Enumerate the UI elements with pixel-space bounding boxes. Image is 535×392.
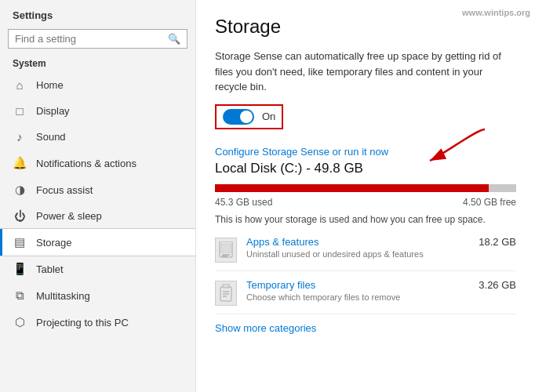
- apps-sub: Uninstall unused or undesired apps & fea…: [246, 249, 516, 259]
- storage-item-apps: Apps & features 18.2 GB Uninstall unused…: [215, 236, 516, 271]
- sidebar-item-storage[interactable]: ▤ Storage: [0, 229, 195, 256]
- notifications-icon: 🔔: [13, 156, 27, 170]
- apps-content: Apps & features 18.2 GB Uninstall unused…: [246, 236, 516, 259]
- apps-title[interactable]: Apps & features: [246, 236, 319, 248]
- home-icon: ⌂: [13, 78, 27, 92]
- sidebar-item-display[interactable]: □ Display: [0, 98, 195, 124]
- projecting-icon: ⬡: [13, 315, 27, 329]
- toggle-row[interactable]: On: [215, 104, 283, 129]
- system-label: System: [0, 55, 195, 72]
- sidebar-item-tablet[interactable]: 📱 Tablet: [0, 256, 195, 282]
- storage-sense-toggle[interactable]: [223, 109, 254, 125]
- temp-header: Temporary files 3.26 GB: [246, 279, 516, 291]
- temp-title[interactable]: Temporary files: [246, 279, 315, 291]
- sidebar-item-projecting[interactable]: ⬡ Projecting to this PC: [0, 309, 195, 336]
- sidebar: Settings 🔍 System ⌂ Home □ Display ♪ Sou…: [0, 0, 196, 392]
- sidebar-item-tablet-label: Tablet: [36, 263, 64, 275]
- sidebar-item-power[interactable]: ⏻ Power & sleep: [0, 203, 195, 229]
- sidebar-title: Settings: [0, 0, 195, 26]
- search-input[interactable]: [15, 33, 168, 45]
- disk-free-label: 4.50 GB free: [463, 197, 516, 208]
- power-icon: ⏻: [13, 209, 27, 223]
- disk-used-label: 45.3 GB used: [215, 197, 272, 208]
- disk-bar-used: [215, 184, 489, 192]
- show-more-link[interactable]: Show more categories: [215, 322, 516, 334]
- sidebar-item-home-label: Home: [36, 79, 64, 91]
- sidebar-item-home[interactable]: ⌂ Home: [0, 72, 195, 98]
- sidebar-item-sound-label: Sound: [36, 131, 66, 143]
- svg-rect-4: [221, 244, 231, 252]
- multitasking-icon: ⧉: [13, 289, 27, 303]
- disk-bar: [215, 184, 516, 192]
- sidebar-item-focus-label: Focus assist: [36, 184, 93, 196]
- sidebar-item-focus[interactable]: ◑ Focus assist: [0, 176, 195, 203]
- display-icon: □: [13, 104, 27, 118]
- configure-link[interactable]: Configure Storage Sense or run it now: [215, 146, 388, 158]
- disk-desc: This is how your storage is used and how…: [215, 214, 516, 225]
- search-icon: 🔍: [168, 33, 180, 45]
- temp-size: 3.26 GB: [479, 279, 516, 291]
- sound-icon: ♪: [13, 130, 27, 143]
- toggle-label: On: [262, 111, 275, 122]
- sidebar-item-multitasking-label: Multitasking: [36, 290, 90, 302]
- apps-icon: [215, 238, 237, 263]
- sidebar-item-storage-label: Storage: [36, 237, 72, 249]
- main-content: www.wintips.org Storage Storage Sense ca…: [196, 0, 535, 392]
- sidebar-item-display-label: Display: [36, 105, 70, 117]
- apps-header: Apps & features 18.2 GB: [246, 236, 516, 248]
- sidebar-item-notifications-label: Notifications & actions: [36, 158, 136, 169]
- storage-description: Storage Sense can automatically free up …: [215, 49, 516, 95]
- disk-title: Local Disk (C:) - 49.8 GB: [215, 161, 516, 176]
- storage-item-temp: Temporary files 3.26 GB Choose which tem…: [215, 279, 516, 314]
- page-title: Storage: [215, 16, 516, 38]
- temp-sub: Choose which temporary files to remove: [246, 292, 516, 302]
- disk-stats: 45.3 GB used 4.50 GB free: [215, 197, 516, 208]
- temp-icon: [215, 281, 237, 306]
- sidebar-item-sound[interactable]: ♪ Sound: [0, 124, 195, 150]
- svg-rect-9: [223, 284, 229, 288]
- tablet-icon: 📱: [13, 262, 27, 276]
- search-box[interactable]: 🔍: [8, 29, 187, 49]
- focus-icon: ◑: [13, 183, 27, 197]
- sidebar-item-power-label: Power & sleep: [36, 210, 102, 222]
- sidebar-item-projecting-label: Projecting to this PC: [36, 317, 129, 328]
- sidebar-item-multitasking[interactable]: ⧉ Multitasking: [0, 282, 195, 309]
- apps-size: 18.2 GB: [479, 236, 516, 248]
- sidebar-item-notifications[interactable]: 🔔 Notifications & actions: [0, 150, 195, 176]
- storage-icon: ▤: [13, 235, 27, 249]
- temp-content: Temporary files 3.26 GB Choose which tem…: [246, 279, 516, 302]
